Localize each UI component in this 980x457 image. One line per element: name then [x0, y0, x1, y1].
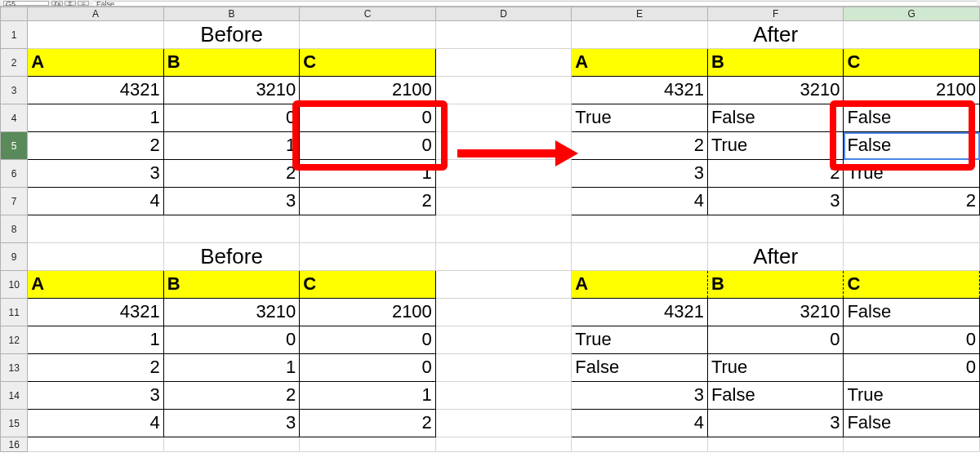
- cell-G10[interactable]: C: [844, 271, 980, 299]
- cell-G16[interactable]: [844, 437, 980, 452]
- cell-B8[interactable]: [163, 215, 300, 243]
- cell-C15[interactable]: 2: [300, 410, 436, 437]
- cell-G6[interactable]: True: [844, 160, 980, 188]
- row-header-14[interactable]: 14: [1, 382, 28, 410]
- cell-B14[interactable]: 2: [163, 382, 300, 410]
- row-header-4[interactable]: 4: [1, 104, 28, 132]
- cell-B4[interactable]: 0: [163, 104, 300, 132]
- cell-B13[interactable]: 1: [163, 354, 300, 382]
- cell-F6[interactable]: 2: [707, 160, 844, 188]
- cell-D8[interactable]: [435, 215, 572, 243]
- cell-B16[interactable]: [163, 437, 300, 452]
- cell-A14[interactable]: 3: [28, 382, 164, 410]
- cell-E1[interactable]: [572, 21, 708, 49]
- cell-G5[interactable]: False: [844, 132, 980, 160]
- cell-C7[interactable]: 2: [300, 188, 436, 215]
- cell-F4[interactable]: False: [707, 104, 844, 132]
- cell-E14[interactable]: 3: [572, 382, 708, 410]
- row-header-12[interactable]: 12: [1, 326, 28, 354]
- cell-D12[interactable]: [435, 326, 572, 354]
- cell-B5[interactable]: 1: [163, 132, 300, 160]
- cell-D7[interactable]: [435, 188, 572, 215]
- select-all-corner[interactable]: [1, 7, 28, 21]
- cell-D3[interactable]: [435, 77, 572, 104]
- cell-C10[interactable]: C: [300, 271, 436, 299]
- col-header-C[interactable]: C: [300, 7, 436, 21]
- cell-G11[interactable]: False: [844, 299, 980, 326]
- cell-F7[interactable]: 3: [707, 188, 844, 215]
- cell-D9[interactable]: [435, 243, 572, 271]
- cell-D13[interactable]: [435, 354, 572, 382]
- cell-B11[interactable]: 3210: [163, 299, 300, 326]
- cell-C9[interactable]: [300, 243, 436, 271]
- cell-E5[interactable]: 2: [572, 132, 708, 160]
- cell-F2[interactable]: B: [707, 49, 844, 77]
- col-header-A[interactable]: A: [28, 7, 164, 21]
- cell-B3[interactable]: 3210: [163, 77, 300, 104]
- fx-button[interactable]: ƒx: [51, 1, 63, 6]
- cell-C12[interactable]: 0: [300, 326, 436, 354]
- cell-D11[interactable]: [435, 299, 572, 326]
- col-header-F[interactable]: F: [707, 7, 844, 21]
- cell-C2[interactable]: C: [300, 49, 436, 77]
- col-header-D[interactable]: D: [435, 7, 572, 21]
- cell-G4[interactable]: False: [844, 104, 980, 132]
- cell-D6[interactable]: [435, 160, 572, 188]
- cell-E8[interactable]: [572, 215, 708, 243]
- row-header-1[interactable]: 1: [1, 21, 28, 49]
- cell-B9[interactable]: Before: [163, 243, 300, 271]
- cell-D5[interactable]: [435, 132, 572, 160]
- cell-E7[interactable]: 4: [572, 188, 708, 215]
- cell-E13[interactable]: False: [572, 354, 708, 382]
- cell-C3[interactable]: 2100: [300, 77, 436, 104]
- cell-E4[interactable]: True: [572, 104, 708, 132]
- cell-G9[interactable]: [844, 243, 980, 271]
- row-header-6[interactable]: 6: [1, 160, 28, 188]
- cell-A4[interactable]: 1: [28, 104, 164, 132]
- cell-D4[interactable]: [435, 104, 572, 132]
- cell-G14[interactable]: True: [844, 382, 980, 410]
- cell-A12[interactable]: 1: [28, 326, 164, 354]
- cell-C13[interactable]: 0: [300, 354, 436, 382]
- cell-E16[interactable]: [572, 437, 708, 452]
- cell-A15[interactable]: 4: [28, 410, 164, 437]
- cell-C6[interactable]: 1: [300, 160, 436, 188]
- cell-G13[interactable]: 0: [844, 354, 980, 382]
- cell-F5[interactable]: True: [707, 132, 844, 160]
- cell-A1[interactable]: [28, 21, 164, 49]
- cell-E10[interactable]: A: [572, 271, 708, 299]
- cell-A2[interactable]: A: [28, 49, 164, 77]
- cell-F9[interactable]: After: [707, 243, 844, 271]
- cell-G3[interactable]: 2100: [844, 77, 980, 104]
- cell-B12[interactable]: 0: [163, 326, 300, 354]
- cell-C8[interactable]: [300, 215, 436, 243]
- row-header-5[interactable]: 5: [1, 132, 28, 160]
- row-header-8[interactable]: 8: [1, 215, 28, 243]
- cell-F16[interactable]: [707, 437, 844, 452]
- col-header-E[interactable]: E: [572, 7, 708, 21]
- cell-G12[interactable]: 0: [844, 326, 980, 354]
- cell-F13[interactable]: True: [707, 354, 844, 382]
- cell-D1[interactable]: [435, 21, 572, 49]
- cell-A16[interactable]: [28, 437, 164, 452]
- cell-A10[interactable]: A: [28, 271, 164, 299]
- cell-G7[interactable]: 2: [844, 188, 980, 215]
- cell-A9[interactable]: [28, 243, 164, 271]
- cell-D16[interactable]: [435, 437, 572, 452]
- eq-button[interactable]: =: [78, 1, 89, 6]
- cell-E2[interactable]: A: [572, 49, 708, 77]
- row-header-11[interactable]: 11: [1, 299, 28, 326]
- cell-F14[interactable]: False: [707, 382, 844, 410]
- formula-input[interactable]: False: [93, 1, 977, 6]
- cell-D15[interactable]: [435, 410, 572, 437]
- row-header-15[interactable]: 15: [1, 410, 28, 437]
- col-header-B[interactable]: B: [163, 7, 300, 21]
- cell-A8[interactable]: [28, 215, 164, 243]
- cell-G8[interactable]: [844, 215, 980, 243]
- cell-E15[interactable]: 4: [572, 410, 708, 437]
- cell-B6[interactable]: 2: [163, 160, 300, 188]
- cell-F15[interactable]: 3: [707, 410, 844, 437]
- cell-B15[interactable]: 3: [163, 410, 300, 437]
- cell-D2[interactable]: [435, 49, 572, 77]
- row-header-2[interactable]: 2: [1, 49, 28, 77]
